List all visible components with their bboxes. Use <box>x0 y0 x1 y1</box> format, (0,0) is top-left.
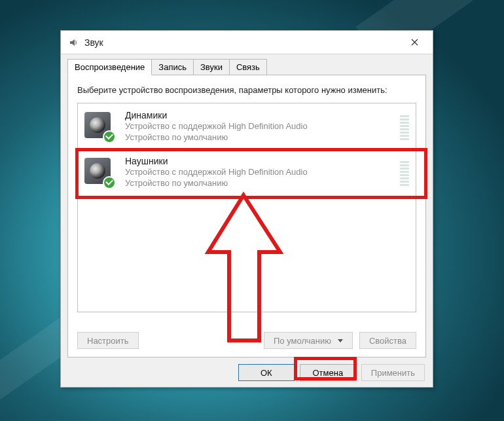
tab-label: Воспроизведение <box>75 62 145 72</box>
sound-icon <box>67 37 79 48</box>
default-check-icon <box>103 176 116 189</box>
button-label: Отмена <box>313 368 344 378</box>
device-name: Наушники <box>125 155 395 167</box>
button-label: Настроить <box>87 336 129 346</box>
tab-label: Звуки <box>200 62 223 72</box>
speaker-icon <box>84 112 113 141</box>
device-item-speakers[interactable]: Динамики Устройство с поддержкой High De… <box>78 103 416 149</box>
tab-sounds[interactable]: Звуки <box>193 59 230 75</box>
device-item-headphones[interactable]: Наушники Устройство с поддержкой High De… <box>78 149 416 195</box>
tab-communications[interactable]: Связь <box>229 59 267 75</box>
close-button[interactable] <box>400 33 429 52</box>
button-label: По умолчанию <box>274 336 331 346</box>
titlebar: Звук <box>61 31 433 54</box>
apply-button[interactable]: Применить <box>361 364 425 381</box>
device-status: Устройство по умолчанию <box>125 178 395 189</box>
sound-dialog: Звук Воспроизведение Запись Звуки Связь … <box>60 30 433 388</box>
tab-label: Запись <box>158 62 187 72</box>
properties-button[interactable]: Свойства <box>359 332 416 349</box>
dialog-button-row: ОК Отмена Применить <box>61 364 433 389</box>
playback-panel: Выберите устройство воспроизведения, пар… <box>67 75 426 357</box>
button-label: ОК <box>261 368 272 378</box>
cancel-button[interactable]: Отмена <box>300 364 356 381</box>
tab-label: Связь <box>236 62 260 72</box>
default-check-icon <box>103 130 116 143</box>
tabstrip: Воспроизведение Запись Звуки Связь <box>61 54 433 75</box>
tab-recording[interactable]: Запись <box>151 59 194 75</box>
set-default-button[interactable]: По умолчанию <box>264 332 353 349</box>
tab-playback[interactable]: Воспроизведение <box>67 59 152 75</box>
configure-button[interactable]: Настроить <box>77 332 139 349</box>
panel-button-row: Настроить По умолчанию Свойства <box>77 332 416 349</box>
ok-button[interactable]: ОК <box>238 364 295 381</box>
button-label: Применить <box>371 368 415 378</box>
device-text: Наушники Устройство с поддержкой High De… <box>125 155 395 189</box>
speaker-icon <box>84 158 113 187</box>
device-status: Устройство по умолчанию <box>125 132 395 143</box>
device-text: Динамики Устройство с поддержкой High De… <box>125 109 395 143</box>
device-name: Динамики <box>125 109 395 121</box>
button-label: Свойства <box>369 336 406 346</box>
window-title: Звук <box>84 37 400 48</box>
instruction-text: Выберите устройство воспроизведения, пар… <box>77 84 416 96</box>
level-meter <box>400 113 409 140</box>
device-description: Устройство с поддержкой High Definition … <box>125 167 395 178</box>
level-meter <box>400 158 409 186</box>
device-list[interactable]: Динамики Устройство с поддержкой High De… <box>77 103 416 312</box>
device-description: Устройство с поддержкой High Definition … <box>125 121 395 132</box>
